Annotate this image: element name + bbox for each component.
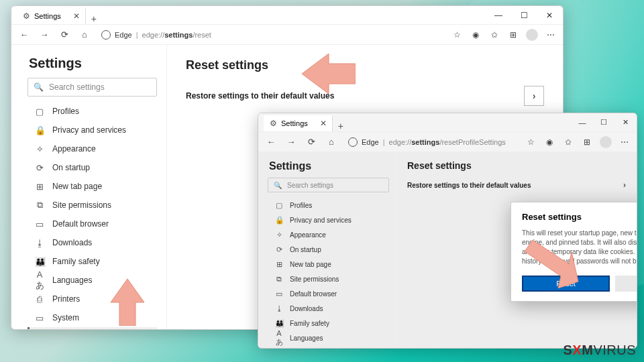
menu-button[interactable]: ⋯	[616, 134, 633, 150]
maximize-button[interactable]: ☐	[512, 7, 536, 24]
tab-title: Settings	[34, 12, 61, 20]
sidebar-item-label: Site permissions	[290, 276, 339, 283]
url-field[interactable]: Edge | edge://settings/resetProfileSetti…	[343, 135, 520, 149]
nav-icon: ⟳	[35, 163, 44, 173]
sidebar-item-site-permissions[interactable]: ⧉Site permissions	[268, 272, 389, 286]
favorites-bar-icon[interactable]: ✩	[486, 27, 502, 43]
section-title: Reset settings	[186, 58, 544, 72]
minimize-button[interactable]: —	[486, 7, 511, 24]
adblock-icon[interactable]: ◉	[468, 27, 484, 43]
restore-defaults-row[interactable]: Restore settings to their default values…	[407, 180, 626, 190]
menu-button[interactable]: ⋯	[543, 27, 559, 43]
sidebar-item-printers[interactable]: ⎙Printers	[268, 345, 389, 348]
search-input[interactable]: 🔍 Search settings	[28, 78, 157, 97]
search-placeholder: Search settings	[287, 182, 333, 189]
sidebar-item-family-safety[interactable]: 👪Family safety	[268, 316, 389, 330]
back-button[interactable]: ←	[15, 26, 33, 44]
close-tab-icon[interactable]: ✕	[320, 119, 327, 128]
close-window-button[interactable]: ✕	[615, 115, 635, 130]
sidebar-item-label: New tab page	[52, 182, 102, 191]
gear-icon: ⚙	[269, 119, 277, 127]
annotation-arrow-icon	[107, 279, 148, 326]
favorite-icon[interactable]: ☆	[523, 134, 539, 150]
search-placeholder: Search settings	[49, 82, 105, 92]
addr-prefix: Edge	[362, 138, 379, 146]
sidebar-item-label: Privacy and services	[290, 217, 352, 224]
page-title: Settings	[29, 56, 157, 71]
sidebar-item-downloads[interactable]: ⭳Downloads	[268, 301, 389, 316]
close-window-button[interactable]: ✕	[537, 7, 561, 24]
close-tab-icon[interactable]: ✕	[73, 11, 80, 21]
gear-icon: ⚙	[22, 12, 30, 20]
sidebar-item-label: Downloads	[52, 238, 92, 247]
sidebar-item-profiles[interactable]: ▢Profiles	[28, 102, 157, 121]
minimize-button[interactable]: —	[572, 115, 592, 130]
nav-icon: ▢	[275, 201, 283, 210]
new-tab-button[interactable]: +	[86, 13, 102, 24]
sidebar-item-label: Printers	[52, 294, 80, 304]
nav-icon: ⧉	[275, 275, 283, 284]
nav-icon: ⎙	[35, 294, 44, 304]
url-field[interactable]: Edge | edge://settings/reset	[96, 27, 446, 42]
browser-tab[interactable]: ⚙ Settings ✕	[17, 8, 86, 24]
nav-icon: ▭	[275, 290, 283, 298]
nav-icon: ⊞	[35, 182, 44, 192]
profile-button[interactable]	[524, 27, 540, 43]
sidebar-item-label: Default browser	[290, 290, 337, 298]
sidebar-item-appearance[interactable]: ✧Appearance	[268, 227, 389, 242]
adblock-icon[interactable]: ◉	[541, 134, 557, 150]
restore-defaults-row[interactable]: Restore settings to their default values…	[186, 86, 544, 106]
nav-icon: ⊞	[275, 260, 283, 269]
sidebar-item-languages[interactable]: AあLanguages	[268, 330, 389, 345]
svg-marker-2	[525, 240, 578, 288]
refresh-button[interactable]: ⟳	[303, 133, 320, 151]
sidebar-item-on-startup[interactable]: ⟳On startup	[268, 242, 389, 257]
nav-icon: Aあ	[35, 269, 44, 292]
favorite-icon[interactable]: ☆	[449, 27, 465, 43]
home-button[interactable]: ⌂	[323, 133, 340, 151]
sidebar-item-label: On startup	[290, 246, 321, 253]
sidebar-item-profiles[interactable]: ▢Profiles	[268, 198, 389, 213]
sidebar-item-new-tab-page[interactable]: ⊞New tab page	[28, 177, 157, 196]
sidebar-item-appearance[interactable]: ✧Appearance	[28, 139, 157, 158]
nav-icon: ✧	[275, 231, 283, 239]
profile-button[interactable]	[598, 134, 614, 150]
annotation-arrow-icon	[302, 50, 356, 97]
new-tab-button[interactable]: +	[333, 121, 349, 131]
refresh-button[interactable]: ⟳	[56, 26, 73, 44]
favorites-bar-icon[interactable]: ✩	[560, 134, 576, 150]
nav-icon: ⧉	[35, 200, 44, 210]
collections-icon[interactable]: ⊞	[579, 134, 595, 150]
row-label: Restore settings to their default values	[407, 182, 531, 189]
search-icon: 🔍	[34, 82, 44, 92]
cancel-button[interactable]: Cancel	[615, 276, 637, 292]
sidebar-item-downloads[interactable]: ⭳Downloads	[28, 233, 157, 252]
forward-button[interactable]: →	[282, 133, 300, 151]
sidebar-item-default-browser[interactable]: ▭Default browser	[28, 215, 157, 233]
sidebar-item-label: Default browser	[52, 219, 109, 229]
maximize-button[interactable]: ☐	[594, 115, 614, 130]
nav-icon: ⭳	[275, 304, 283, 312]
sidebar-item-privacy-and-services[interactable]: 🔒Privacy and services	[28, 121, 157, 139]
settings-sidebar: Settings 🔍 Search settings ▢Profiles🔒Pri…	[258, 152, 396, 348]
sidebar-item-default-browser[interactable]: ▭Default browser	[268, 286, 389, 301]
forward-button[interactable]: →	[36, 26, 53, 44]
home-button[interactable]: ⌂	[76, 26, 93, 44]
sidebar-item-on-startup[interactable]: ⟳On startup	[28, 158, 157, 177]
section-title: Reset settings	[407, 160, 626, 171]
edge-icon	[101, 30, 111, 40]
address-bar: ← → ⟳ ⌂ Edge | edge://settings/reset ☆ ◉…	[11, 25, 563, 45]
browser-tab[interactable]: ⚙ Settings ✕	[264, 115, 333, 131]
nav-icon: ⟳	[275, 245, 283, 254]
sidebar-item-label: Languages	[52, 276, 92, 285]
sidebar-item-reset-settings[interactable]: ↺Reset settings	[28, 327, 157, 329]
search-input[interactable]: 🔍 Search settings	[268, 178, 389, 192]
collections-icon[interactable]: ⊞	[505, 27, 521, 43]
settings-main: Reset settings Restore settings to their…	[396, 152, 637, 348]
sidebar-item-new-tab-page[interactable]: ⊞New tab page	[268, 257, 389, 272]
back-button[interactable]: ←	[262, 133, 280, 151]
sidebar-item-label: System	[52, 313, 79, 322]
sidebar-item-privacy-and-services[interactable]: 🔒Privacy and services	[268, 213, 389, 227]
sidebar-item-site-permissions[interactable]: ⧉Site permissions	[28, 196, 157, 215]
sidebar-item-family-safety[interactable]: 👪Family safety	[28, 252, 157, 271]
